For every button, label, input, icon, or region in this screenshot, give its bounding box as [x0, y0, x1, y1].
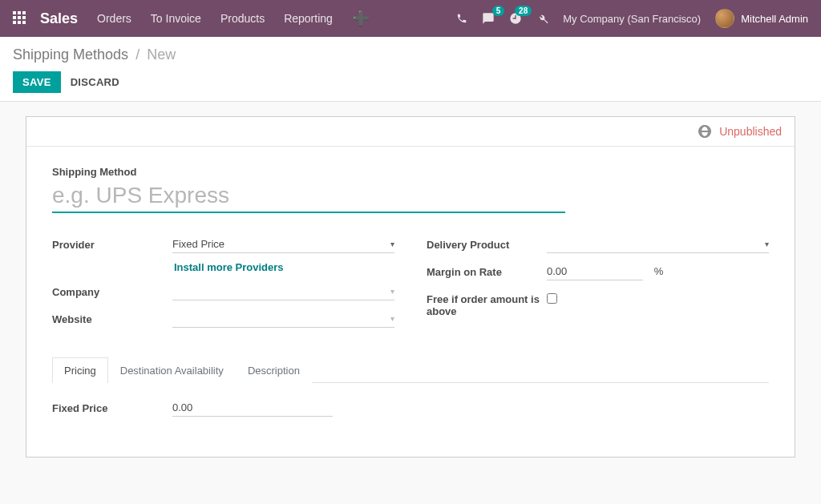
- top-navbar: Sales Orders To Invoice Products Reporti…: [0, 0, 821, 37]
- nav-reporting[interactable]: Reporting: [284, 12, 333, 25]
- breadcrumb: Shipping Methods / New: [13, 46, 808, 63]
- apps-icon[interactable]: [13, 11, 27, 26]
- free-if-above-label: Free if order amount is above: [427, 290, 547, 317]
- avatar: [715, 9, 734, 28]
- tab-content-pricing: Fixed Price: [52, 383, 769, 450]
- company-select[interactable]: ▾: [172, 283, 394, 300]
- nav-to-invoice[interactable]: To Invoice: [151, 12, 201, 25]
- nav-new-icon[interactable]: ➕: [352, 10, 370, 27]
- nav-orders[interactable]: Orders: [97, 12, 131, 25]
- company-label: Company: [52, 283, 172, 298]
- chevron-down-icon: ▾: [765, 240, 769, 248]
- nav-products[interactable]: Products: [220, 12, 265, 25]
- margin-suffix: %: [654, 265, 664, 277]
- delivery-product-select[interactable]: ▾: [547, 236, 769, 253]
- margin-label: Margin on Rate: [427, 263, 547, 278]
- tools-icon[interactable]: [536, 13, 548, 25]
- website-label: Website: [52, 310, 172, 325]
- save-button[interactable]: SAVE: [13, 71, 61, 93]
- breadcrumb-sep: /: [135, 46, 140, 62]
- provider-label: Provider: [52, 236, 172, 251]
- tabs: Pricing Destination Availability Descrip…: [52, 357, 769, 383]
- status-bar: Unpublished: [26, 117, 795, 147]
- publish-toggle[interactable]: Unpublished: [719, 125, 782, 138]
- provider-value: Fixed Price: [172, 238, 224, 250]
- shipping-method-name-input[interactable]: [52, 181, 565, 213]
- chevron-down-icon: ▾: [390, 314, 394, 323]
- breadcrumb-root[interactable]: Shipping Methods: [13, 46, 128, 62]
- margin-input[interactable]: [547, 263, 643, 280]
- user-menu[interactable]: Mitchell Admin: [715, 9, 808, 28]
- tab-description[interactable]: Description: [236, 357, 312, 383]
- systray: 5 28 My Company (San Francisco) Mitchell…: [456, 9, 808, 28]
- fixed-price-label: Fixed Price: [52, 399, 172, 414]
- provider-select[interactable]: Fixed Price ▾: [172, 236, 394, 253]
- website-select[interactable]: ▾: [172, 310, 394, 328]
- activities-badge: 28: [515, 6, 532, 16]
- delivery-product-label: Delivery Product: [427, 236, 547, 251]
- globe-icon: [698, 125, 711, 138]
- breadcrumb-current: New: [147, 46, 176, 62]
- user-name: Mitchell Admin: [741, 13, 808, 25]
- app-brand[interactable]: Sales: [40, 10, 78, 27]
- discard-button[interactable]: DISCARD: [71, 76, 119, 88]
- company-switcher[interactable]: My Company (San Francisco): [563, 13, 701, 25]
- free-if-above-checkbox[interactable]: [547, 293, 557, 304]
- messages-badge: 5: [492, 6, 505, 16]
- form-sheet: Unpublished Shipping Method Provider Fix…: [26, 116, 795, 458]
- title-label: Shipping Method: [52, 166, 769, 178]
- messages-icon[interactable]: 5: [482, 12, 495, 25]
- install-providers-link[interactable]: Install more Providers: [174, 261, 284, 273]
- phone-icon[interactable]: [456, 13, 467, 24]
- chevron-down-icon: ▾: [390, 287, 394, 296]
- tab-pricing[interactable]: Pricing: [52, 357, 108, 383]
- tab-destination-availability[interactable]: Destination Availability: [108, 357, 236, 383]
- activities-icon[interactable]: 28: [509, 12, 522, 25]
- chevron-down-icon: ▾: [390, 240, 394, 248]
- control-panel: Shipping Methods / New SAVE DISCARD: [0, 37, 821, 102]
- fixed-price-input[interactable]: [172, 399, 333, 417]
